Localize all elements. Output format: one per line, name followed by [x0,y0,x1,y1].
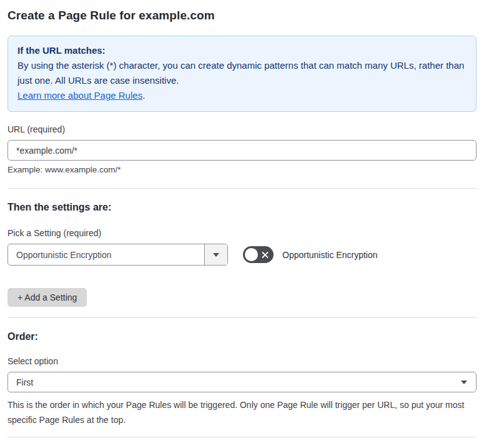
setting-dropdown-value: Opportunistic Encryption [8,244,204,265]
order-helper-text: This is the order in which your Page Rul… [7,397,477,427]
caret-down-icon [461,381,467,384]
url-example-helper: Example: www.example.com/* [7,165,477,174]
pick-setting-label: Pick a Setting (required) [7,228,477,238]
page-title: Create a Page Rule for example.com [7,9,477,22]
info-link-suffix: . [142,90,145,101]
url-input[interactable] [7,140,477,161]
setting-dropdown[interactable]: Opportunistic Encryption [7,244,228,266]
close-icon [261,251,269,259]
section-divider [7,188,477,189]
toggle-label: Opportunistic Encryption [282,250,378,260]
select-option-label: Select option [7,356,477,366]
create-page-rule-form: Create a Page Rule for example.com If th… [0,0,484,448]
info-box-body: By using the asterisk (*) character, you… [17,58,467,103]
opportunistic-encryption-toggle[interactable] [243,246,274,263]
settings-section-heading: Then the settings are: [7,202,477,213]
learn-more-link[interactable]: Learn more about Page Rules [17,90,142,101]
order-select-value: First [16,377,461,387]
caret-down-icon [213,253,219,257]
info-box-body-text: By using the asterisk (*) character, you… [17,60,464,86]
footer-divider [7,437,477,437]
toggle-group: Opportunistic Encryption [243,246,378,263]
toggle-knob [245,248,258,261]
info-box-heading: If the URL matches: [17,43,467,58]
setting-row: Opportunistic Encryption Opportunistic E… [7,244,477,266]
order-section-heading: Order: [7,331,477,342]
setting-dropdown-button[interactable] [204,244,227,265]
url-match-info-box: If the URL matches: By using the asteris… [7,36,477,112]
order-select[interactable]: First [7,372,477,392]
url-field-label: URL (required) [7,124,477,134]
section-divider [7,317,477,318]
add-setting-button[interactable]: + Add a Setting [7,288,87,307]
